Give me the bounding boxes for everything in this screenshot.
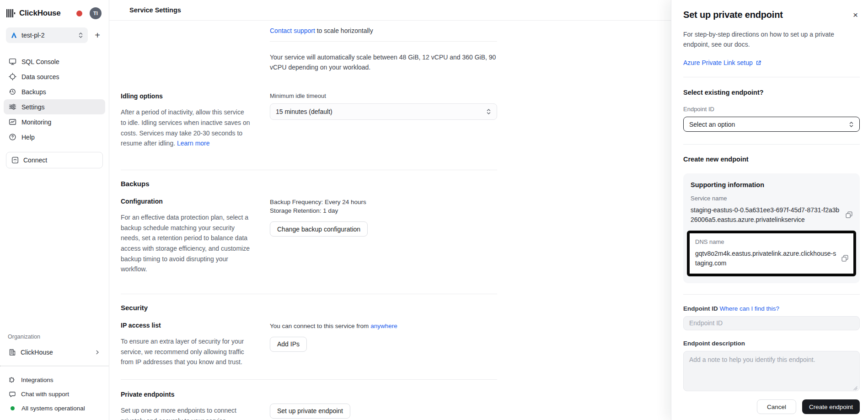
panel-divider: [683, 294, 860, 295]
panel-divider: [683, 144, 860, 145]
help-icon: [9, 133, 16, 141]
ip-access-list-title: IP access list: [121, 322, 251, 329]
sidebar-item-label: Settings: [21, 103, 45, 111]
backups-icon: [9, 88, 16, 96]
cancel-button[interactable]: Cancel: [757, 399, 796, 414]
chat-support-label: Chat with support: [21, 391, 69, 398]
idling-options-title: Idling options: [121, 92, 251, 100]
copy-icon[interactable]: [841, 254, 849, 262]
sidebar-divider: [0, 366, 109, 366]
recording-dot-icon: [76, 11, 82, 16]
private-endpoints-title: Private endpoints: [121, 391, 251, 398]
azure-icon: [11, 32, 17, 39]
connect-from-text: You can connect to this service from: [270, 323, 370, 329]
external-link-icon: [755, 60, 761, 66]
sidebar-item-help[interactable]: Help: [4, 129, 105, 145]
sidebar-item-backups[interactable]: Backups: [4, 84, 105, 99]
security-section-title: Security: [121, 304, 498, 312]
idle-timeout-select[interactable]: 15 minutes (default): [270, 103, 497, 120]
status-green-dot-icon: [11, 406, 15, 410]
organization-icon: [9, 349, 16, 356]
scale-horizontally-note: Contact support to scale horizontally: [270, 27, 497, 34]
select-placeholder: Select an option: [689, 121, 735, 128]
monitoring-icon: [9, 118, 16, 126]
where-can-i-find-this-link[interactable]: Where can I find this?: [719, 305, 779, 312]
close-icon[interactable]: ×: [851, 10, 860, 20]
connect-icon: [11, 156, 19, 164]
create-endpoint-button[interactable]: Create endpoint: [802, 399, 860, 414]
copy-icon[interactable]: [845, 211, 853, 219]
panel-intro-text: For step-by-step directions on how to se…: [683, 30, 852, 49]
organization-name: ClickHouse: [21, 349, 53, 356]
sidebar: ClickHouse TI test-pl-2 +: [0, 0, 109, 420]
integrations-puzzle-icon: [9, 377, 16, 384]
endpoint-id-input[interactable]: [683, 316, 860, 330]
sidebar-item-label: Monitoring: [21, 118, 51, 126]
chevron-updown-icon: [849, 121, 854, 128]
sidebar-item-label: Help: [21, 134, 35, 141]
avatar[interactable]: TI: [90, 7, 102, 19]
idling-row: Idling options After a period of inactiv…: [121, 92, 498, 149]
scaling-row: Contact support to scale horizontally Yo…: [121, 27, 498, 72]
scaling-divider: [270, 41, 497, 42]
chevron-updown-icon: [78, 32, 83, 38]
connect-button[interactable]: Connect: [6, 152, 103, 168]
panel-divider: [683, 77, 860, 77]
idling-description: After a period of inactivity, allow this…: [121, 107, 251, 149]
sidebar-item-settings[interactable]: Settings: [4, 99, 105, 114]
sidebar-item-data-sources[interactable]: Data sources: [4, 69, 105, 84]
integrations-label: Integrations: [21, 377, 54, 383]
service-name-value: staging-eastus-0-0.5a631ee3-697f-45d7-87…: [691, 205, 841, 225]
connect-label: Connect: [23, 156, 47, 164]
existing-endpoint-select[interactable]: Select an option: [683, 117, 860, 131]
contact-support-link[interactable]: Contact support: [270, 27, 315, 34]
docs-link-label: Azure Private Link setup: [683, 59, 753, 66]
panel-title: Set up private endpoint: [683, 10, 783, 20]
main-area: Service Settings Contact support to scal…: [109, 0, 671, 420]
sidebar-item-label: Data sources: [21, 73, 59, 81]
backup-configuration-title: Configuration: [121, 198, 251, 205]
scale-horizontally-text: to scale horizontally: [315, 27, 373, 34]
sidebar-item-integrations[interactable]: Integrations: [4, 373, 105, 387]
dns-name-highlight-frame: DNS name gqtv8o2m4k.eastus.privatelink.a…: [687, 231, 856, 276]
service-name-label: Service name: [691, 195, 853, 202]
learn-more-link[interactable]: Learn more: [177, 140, 210, 147]
sidebar-item-chat-support[interactable]: Chat with support: [4, 387, 105, 401]
sidebar-footer: Integrations Chat with support All syste…: [4, 373, 105, 415]
create-new-endpoint-title: Create new endpoint: [683, 156, 860, 163]
dns-name-label: DNS name: [695, 238, 849, 245]
setup-private-endpoint-button[interactable]: Set up private endpoint: [270, 404, 350, 419]
supporting-information-title: Supporting information: [691, 181, 853, 188]
chevron-updown-icon: [486, 108, 491, 115]
organization-switcher[interactable]: ClickHouse: [4, 345, 105, 360]
supporting-information-card: Supporting information Service name stag…: [683, 173, 860, 283]
azure-private-link-setup-link[interactable]: Azure Private Link setup: [683, 59, 860, 66]
endpoint-description-textarea[interactable]: [683, 351, 860, 391]
auto-scale-description: Your service will automatically scale be…: [270, 52, 497, 72]
add-service-button[interactable]: +: [92, 31, 103, 40]
sidebar-nav: SQL Console Data sources Backups: [4, 54, 105, 145]
endpoint-description-label: Endpoint description: [683, 340, 860, 347]
status-label: All systems operational: [21, 405, 85, 412]
dns-name-value: gqtv8o2m4k.eastus.privatelink.azure.clic…: [695, 249, 836, 268]
sql-console-icon: [9, 58, 16, 65]
chevron-right-icon: [95, 350, 100, 355]
service-name: test-pl-2: [21, 32, 45, 39]
ip-access-list-description: To ensure an extra layer of security for…: [121, 336, 251, 367]
idle-timeout-label: Minimum idle timeout: [270, 92, 497, 99]
chat-bubble-icon: [9, 391, 16, 398]
clickhouse-logo-icon: [6, 9, 16, 18]
brand-name: ClickHouse: [19, 9, 61, 18]
page-title: Service Settings: [129, 6, 181, 14]
change-backup-configuration-button[interactable]: Change backup configuration: [270, 221, 368, 237]
sidebar-item-monitoring[interactable]: Monitoring: [4, 114, 105, 129]
backups-section-divider: [121, 170, 497, 170]
service-selector[interactable]: test-pl-2: [6, 27, 88, 43]
backup-frequency-value: Backup Frequency: Every 24 hours: [270, 198, 497, 207]
private-endpoints-divider: [121, 379, 497, 380]
sidebar-item-sql-console[interactable]: SQL Console: [4, 54, 105, 69]
anywhere-link[interactable]: anywhere: [370, 323, 397, 329]
add-ips-button[interactable]: Add IPs: [270, 337, 307, 352]
brand-row: ClickHouse TI: [0, 0, 109, 19]
system-status-item[interactable]: All systems operational: [4, 401, 105, 415]
